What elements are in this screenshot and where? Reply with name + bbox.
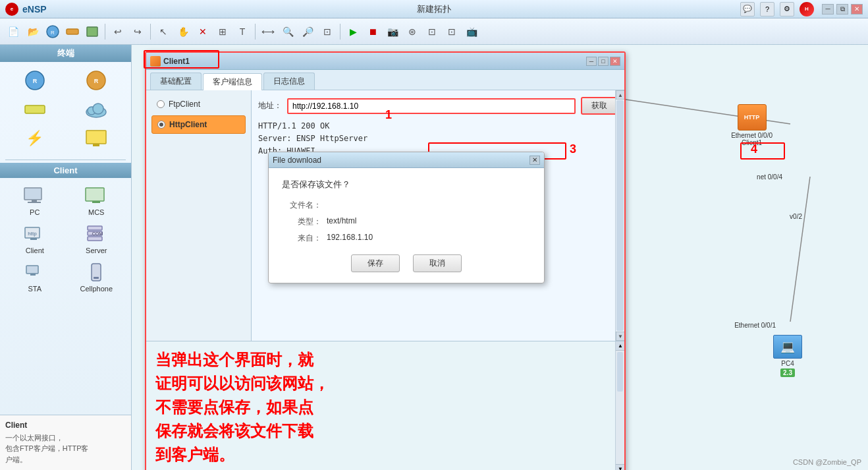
sidebar-item-power[interactable]: ⚡ [5,125,65,152]
tb-redo-btn[interactable]: ↪ [128,22,147,41]
dialog-type-label: 类型： [282,216,321,227]
scroll-down-btn[interactable]: ▼ [616,332,624,341]
restore-btn[interactable]: ⧉ [836,4,848,15]
tb-zoom-out-btn[interactable]: 🔎 [298,22,317,41]
client1-title: Client1 [150,56,190,67]
address-input[interactable] [287,98,576,114]
v0-2-label: v0/2 [790,213,802,220]
bottom-scroll-thumb[interactable] [617,352,623,392]
sidebar-item-mcs[interactable]: MCS [67,183,126,219]
tb-router-btn[interactable]: R [43,22,62,41]
http-client-item[interactable]: HttpClient [151,115,246,134]
big-annotation-text: 当弹出这个界面时，就 证明可以以访问该网站， 不需要点保存，如果点 保存就会将该… [155,348,615,467]
svg-rect-22 [88,226,102,230]
tb-undo-btn[interactable]: ↩ [109,22,127,41]
tb-open-btn[interactable]: 📂 [24,22,42,41]
scroll-up-btn[interactable]: ▲ [616,90,624,100]
client1-canvas-label: Client1 [731,139,773,146]
fetch-btn[interactable]: 获取 [581,97,618,115]
tb-firewall-btn[interactable] [83,22,101,41]
tb-copy-btn[interactable]: ⊞ [213,22,232,41]
bottom-scroll-down[interactable]: ▼ [616,464,624,470]
sep4 [340,24,340,40]
client1-close-btn[interactable]: ✕ [610,57,620,66]
sidebar-item-switch[interactable] [5,96,65,123]
tb-stop-btn[interactable]: ⏹ [364,22,382,41]
chat-icon[interactable]: 💬 [740,2,755,16]
dialog-question: 是否保存该文件？ [282,179,531,191]
sidebar-description: Client 一个以太网接口，包含FTP客户端，HTTP客户端。 [0,415,131,471]
pc4-icon: 💻 [773,335,802,359]
tb-delete-btn[interactable]: ✕ [194,22,212,41]
tab-client-info[interactable]: 客户端信息 [203,73,262,90]
bottom-scroll-up[interactable]: ▲ [616,341,624,351]
sidebar-section-title: 终端 [0,45,131,62]
tb-text-btn[interactable]: T [233,22,252,41]
client1-minimize-btn[interactable]: ─ [586,57,597,66]
client-label: Client [26,247,44,254]
dialog-title: File download [273,156,321,165]
ftp-client-item[interactable]: FtpClient [151,96,246,113]
canvas-area[interactable]: Client1 ─ □ ✕ 基础配置 客户端信息 日志信息 [132,45,868,470]
save-btn[interactable]: 保存 [351,254,400,272]
svg-text:.COM: .COM [91,231,103,236]
dialog-title-bar: File download ✕ [269,152,544,168]
client1-left-panel: FtpClient HttpClient [146,90,252,341]
app-logo: e [5,3,18,16]
tb-select-btn[interactable]: ↖ [154,22,173,41]
svg-text:R: R [33,78,38,84]
sidebar-item-server[interactable]: .COM Server [67,221,126,257]
tb-new-btn[interactable]: 📄 [4,22,22,41]
close-btn[interactable]: ✕ [851,4,863,15]
sidebar-item-client[interactable]: http Client [5,221,65,257]
cloud-icon [83,99,109,120]
settings-icon[interactable]: ⚙ [780,2,794,16]
ftp-radio[interactable] [157,100,165,108]
help-icon[interactable]: ? [760,2,774,16]
client1-window[interactable]: Client1 ─ □ ✕ 基础配置 客户端信息 日志信息 [145,51,626,470]
http-radio[interactable] [157,121,165,129]
tb-play-btn[interactable]: ▶ [344,22,362,41]
sidebar-item-pc-yellow[interactable] [67,125,126,152]
bottom-scrollbar[interactable]: ▲ ▼ [615,341,624,470]
tb-zoom-in-btn[interactable]: 🔍 [279,22,297,41]
tb-fit-btn[interactable]: ⊡ [318,22,337,41]
minimize-btn[interactable]: ─ [822,4,834,15]
tb-device1-btn[interactable]: ⊛ [403,22,421,41]
cancel-btn[interactable]: 取消 [413,254,462,272]
sidebar-item-cloud[interactable] [67,96,126,123]
tb-switch-btn[interactable] [63,22,82,41]
pc4-label: PC4 [781,360,794,367]
title-bar-left: e eNSP [5,3,47,16]
sidebar-item-sta[interactable]: STA [5,260,65,295]
sidebar-client-icons: PC MCS http Client .COM Server [0,178,131,301]
sidebar-item-router2[interactable]: R [67,67,126,94]
tab-basic-config[interactable]: 基础配置 [150,73,202,90]
sidebar-item-ar-router[interactable]: R [5,67,65,94]
tb-monitor-btn[interactable]: 📺 [462,22,481,41]
pc4-device[interactable]: 💻 PC4 2.3 [773,335,802,377]
scroll-thumb[interactable] [616,100,624,331]
tb-link-btn[interactable]: ⟷ [259,22,277,41]
sidebar-section2-title: Client [0,163,131,178]
dialog-from-value: 192.168.1.10 [327,233,373,244]
address-row: 地址： 获取 [258,97,618,115]
svg-rect-8 [25,105,45,113]
response-line-2: Server: ENSP HttpServer [258,132,618,145]
dialog-close-btn[interactable]: ✕ [529,156,540,165]
pc-label: PC [30,208,40,216]
svg-rect-14 [24,188,41,200]
svg-rect-24 [88,237,102,241]
tb-drag-btn[interactable]: ✋ [174,22,192,41]
mcs-label: MCS [88,208,104,216]
file-download-dialog[interactable]: File download ✕ 是否保存该文件？ 文件名： 类型： text/h… [268,152,545,283]
tb-capture-btn[interactable]: 📷 [383,22,402,41]
tb-device3-btn[interactable]: ⊡ [443,22,461,41]
client1-maximize-btn[interactable]: □ [598,57,609,66]
http-server-device[interactable]: HTTP Ethernet 0/0/0 Client1 [731,104,773,146]
right-scrollbar[interactable]: ▲ ▼ [615,90,624,341]
tb-device2-btn[interactable]: ⊡ [423,22,441,41]
sidebar-item-pc[interactable]: PC [5,183,65,219]
tab-log-info[interactable]: 日志信息 [263,73,315,90]
sidebar-item-cellphone[interactable]: Cellphone [67,260,126,295]
